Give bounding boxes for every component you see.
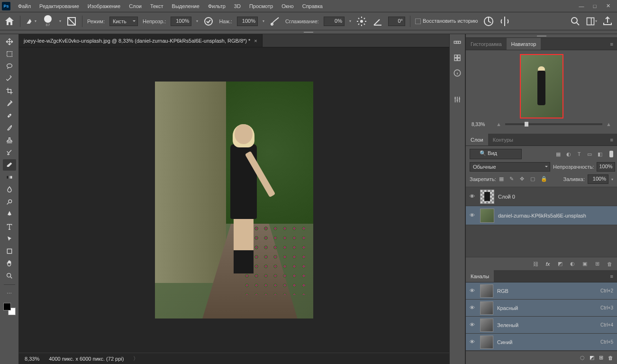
status-dimensions[interactable]: 4000 пикс. x 6000 пикс. (72 ppi) [49,356,124,362]
menu-view[interactable]: Просмотр [245,1,277,11]
crop-tool[interactable] [3,85,16,97]
search-icon[interactable] [570,16,581,27]
healing-tool[interactable] [3,110,16,121]
fill-input[interactable]: 100% [588,174,608,184]
navigator-preview[interactable] [520,54,563,118]
brush-tool[interactable] [3,122,16,134]
magic-wand-tool[interactable] [3,73,16,84]
channel-row[interactable]: 👁 RGB Ctrl+2 [466,282,617,300]
new-layer-icon[interactable]: ⊞ [593,260,601,268]
filter-smart-icon[interactable]: ◧ [596,150,604,158]
minimize-button[interactable]: — [578,3,585,9]
airbrush-icon[interactable] [269,16,281,27]
navigator-zoom-value[interactable]: 8,33% [472,122,492,127]
visibility-icon[interactable]: 👁 [470,288,476,294]
layer-filter-dropdown[interactable]: 🔍 Вид [470,149,522,159]
status-zoom[interactable]: 8,33% [25,356,39,362]
foreground-color[interactable] [3,303,11,310]
layer-thumbnail[interactable] [480,209,494,223]
close-tab-icon[interactable]: × [254,38,257,44]
pen-tool[interactable] [3,209,16,220]
color-swatches[interactable] [3,303,16,315]
menu-filter[interactable]: Фильтр [204,1,229,11]
tab-channels[interactable]: Каналы [466,270,494,282]
channel-row[interactable]: 👁 Зеленый Ctrl+4 [466,317,617,334]
zoom-out-icon[interactable]: ▲ [496,121,501,127]
info-panel-icon[interactable] [453,68,462,78]
menu-help[interactable]: Справка [299,1,327,11]
move-tool[interactable] [3,36,16,47]
shape-tool[interactable] [3,246,16,257]
tab-layers[interactable]: Слои [466,134,488,146]
new-channel-icon[interactable]: ⊞ [599,355,603,361]
flow-input[interactable]: 100% [237,17,258,26]
menu-layers[interactable]: Слои [125,1,145,11]
zoom-in-icon[interactable]: ▲ [606,121,611,127]
blend-mode-dropdown[interactable]: Обычные [470,162,550,172]
layer-row[interactable]: 👁 Слой 0 [466,187,617,206]
stamp-tool[interactable] [3,135,16,146]
channel-row[interactable]: 👁 Красный Ctrl+3 [466,300,617,317]
save-selection-icon[interactable]: ◩ [590,355,594,361]
restore-history-checkbox[interactable]: Восстановить историю [415,18,478,24]
delete-layer-icon[interactable]: 🗑 [606,260,613,268]
menu-edit[interactable]: Редактирование [36,1,83,11]
filter-toggle[interactable] [609,151,613,157]
visibility-icon[interactable]: 👁 [470,322,476,328]
expand-handle-top[interactable] [0,30,617,34]
link-layers-icon[interactable]: ⛓ [532,260,539,268]
brush-settings-icon[interactable] [66,16,77,27]
navigator-menu-icon[interactable]: ≡ [607,41,617,47]
blur-tool[interactable] [3,184,16,195]
menu-window[interactable]: Окно [278,1,298,11]
lock-paint-icon[interactable]: ✎ [509,176,516,182]
visibility-icon[interactable]: 👁 [470,193,476,200]
filter-shape-icon[interactable]: ▭ [586,150,593,158]
tab-navigator[interactable]: Навигатор [507,38,541,50]
menu-3d[interactable]: 3D [230,1,245,11]
load-selection-icon[interactable]: ◌ [580,355,585,361]
menu-text[interactable]: Текст [146,1,167,11]
layer-style-icon[interactable]: fx [544,260,552,268]
visibility-icon[interactable]: 👁 [470,339,476,346]
layer-opacity-input[interactable]: 100% [597,162,615,172]
lasso-tool[interactable] [3,61,16,72]
layer-row[interactable]: 👁 daniel-zurnau-KP6kRs5al6E-unsplash [466,206,617,225]
edit-toolbar[interactable]: ⋯ [3,288,16,299]
menu-select[interactable]: Выделение [168,1,203,11]
symmetry-icon[interactable] [499,16,510,27]
tab-paths[interactable]: Контуры [488,134,518,146]
gradient-tool[interactable] [3,172,16,183]
lock-transparent-icon[interactable]: ▦ [499,176,506,182]
expand-handle-right[interactable] [466,34,617,38]
home-icon[interactable] [4,16,15,27]
menu-file[interactable]: Файл [14,1,35,11]
share-icon[interactable] [602,16,613,27]
mode-dropdown[interactable]: Кисть [109,17,138,26]
maximize-button[interactable]: □ [591,3,598,9]
filter-pixel-icon[interactable]: ▦ [554,150,562,158]
zoom-tool[interactable] [3,270,16,282]
dodge-tool[interactable] [3,196,16,208]
tool-preset-icon[interactable]: ▾ [25,16,36,27]
adjustment-layer-icon[interactable]: ◐ [569,260,576,268]
hand-tool[interactable] [3,258,16,269]
layer-thumbnail[interactable] [480,190,494,204]
document-tab[interactable]: joeyy-lee-wZgcKvE0vko-unsplash.jpg @ 8,3… [19,34,263,47]
layer-group-icon[interactable]: ▣ [581,260,589,268]
angle-input[interactable]: 0° [388,17,405,26]
lock-all-icon[interactable]: 🔒 [541,176,547,182]
workspace-icon[interactable]: ▾ [586,16,597,27]
marquee-tool[interactable] [3,48,16,60]
brush-preview[interactable]: 67 [41,15,54,28]
swatches-panel-icon[interactable] [453,53,462,63]
lock-position-icon[interactable]: ✥ [520,176,526,182]
color-panel-icon[interactable] [453,38,462,47]
opacity-input[interactable]: 100% [171,17,191,26]
history-brush-tool[interactable] [3,147,16,158]
filter-adjustment-icon[interactable]: ◐ [565,150,572,158]
layer-mask-icon[interactable]: ◩ [556,260,564,268]
canvas[interactable] [19,47,449,353]
visibility-icon[interactable]: 👁 [470,305,476,311]
smoothing-input[interactable]: 0% [324,17,345,26]
